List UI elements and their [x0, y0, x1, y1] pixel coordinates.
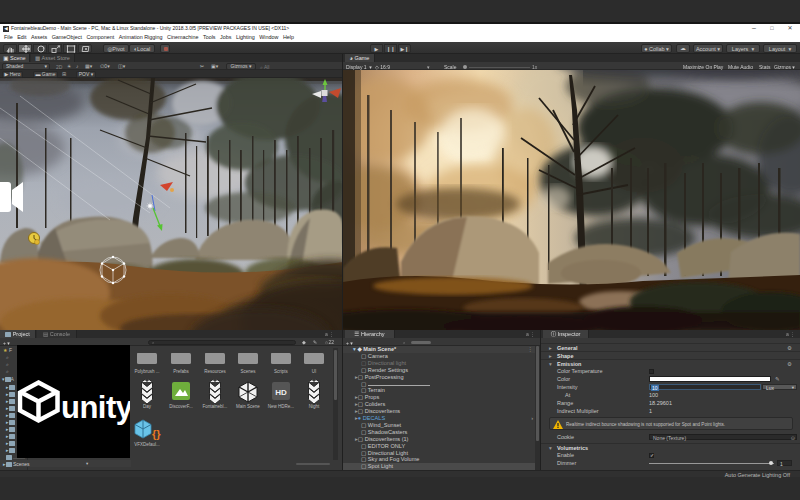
svg-text:Fontainebl...: Fontainebl... — [203, 404, 228, 409]
svg-text:Scripts: Scripts — [274, 369, 289, 374]
svg-text:{}: {} — [152, 428, 161, 440]
svg-text:HD: HD — [275, 388, 287, 397]
svg-text:UI: UI — [312, 369, 317, 374]
svg-text:Scenes: Scenes — [240, 369, 256, 374]
svg-text:Night: Night — [309, 404, 320, 409]
svg-text:unity: unity — [61, 390, 130, 425]
svg-text:Polybrush ...: Polybrush ... — [134, 369, 159, 374]
svg-text:New HDRe...: New HDRe... — [268, 404, 294, 409]
svg-text:Resources: Resources — [204, 369, 226, 374]
svg-text:VFXDefaul...: VFXDefaul... — [134, 442, 160, 447]
svg-text:DiscoverF...: DiscoverF... — [169, 404, 193, 409]
svg-text:Day: Day — [143, 404, 152, 409]
svg-text:Prefabs: Prefabs — [173, 369, 189, 374]
svg-text:Main Scene: Main Scene — [236, 404, 260, 409]
